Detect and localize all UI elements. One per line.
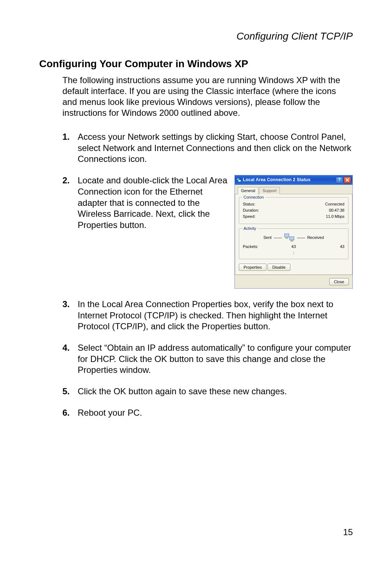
status-value: Connected (325, 201, 344, 207)
speed-label: Speed: (243, 214, 256, 219)
step-number: 6. (62, 407, 73, 419)
step-number: 1. (62, 131, 73, 165)
connection-legend: Connection (242, 195, 265, 200)
disable-button[interactable]: Disable (268, 264, 290, 271)
svg-rect-5 (291, 240, 293, 241)
close-button[interactable] (344, 177, 351, 183)
section-heading: Configuring Your Computer in Windows XP (39, 58, 353, 70)
close-window-button[interactable]: Close (329, 278, 349, 285)
packets-label: Packets: (243, 244, 277, 249)
close-icon (346, 178, 349, 182)
step-text: Access your Network settings by clicking… (78, 131, 353, 165)
svg-rect-3 (290, 237, 294, 240)
activity-legend: Activity (242, 226, 258, 231)
step-text: Select “Obtain an IP address automatical… (78, 342, 353, 376)
activity-group: Activity Sent —— (239, 228, 348, 259)
step-3: 3. In the Local Area Connection Properti… (62, 299, 353, 332)
step-4: 4. Select “Obtain an IP address automati… (62, 342, 353, 376)
svg-rect-2 (285, 234, 289, 237)
step-text: In the Local Area Connection Properties … (78, 299, 353, 332)
packets-sent-value: 43 (277, 244, 310, 249)
xp-window-title: Local Area Connection 2 Status (243, 177, 335, 183)
xp-tabs: General Support (235, 185, 352, 194)
dash-left: —— (274, 235, 282, 240)
step-text: Locate and double-click the Local Area C… (78, 175, 229, 231)
xp-status-window: Local Area Connection 2 Status ? General… (234, 175, 353, 289)
received-label: Received (307, 235, 324, 240)
intro-paragraph: The following instructions assume you ar… (62, 75, 353, 118)
xp-titlebar[interactable]: Local Area Connection 2 Status ? (235, 175, 352, 185)
step-1: 1. Access your Network settings by click… (62, 131, 353, 165)
tab-support[interactable]: Support (259, 187, 280, 194)
running-head: Configuring Client TCP/IP (39, 30, 353, 42)
step-text: Click the OK button again to save these … (78, 386, 353, 397)
help-button[interactable]: ? (336, 177, 343, 183)
network-icon (236, 178, 241, 183)
activity-icon (284, 233, 295, 242)
duration-label: Duration: (243, 208, 259, 213)
step-5: 5. Click the OK button again to save the… (62, 386, 353, 397)
step-number: 4. (62, 342, 73, 376)
step-number: 2. (62, 175, 73, 289)
step-number: 5. (62, 386, 73, 397)
sent-label: Sent (264, 235, 272, 240)
step-number: 3. (62, 299, 73, 332)
duration-value: 00:47:38 (329, 208, 344, 213)
step-2: 2. Locate and double-click the Local Are… (62, 175, 353, 289)
packets-received-value: 43 (311, 244, 344, 249)
speed-value: 11.0 Mbps (326, 214, 344, 219)
svg-rect-4 (286, 237, 288, 239)
connection-group: Connection Status:Connected Duration:00:… (239, 197, 348, 224)
svg-rect-1 (238, 180, 241, 182)
page-number: 15 (343, 527, 353, 537)
properties-button[interactable]: Properties (239, 264, 266, 271)
dash-right: —— (297, 235, 305, 240)
status-label: Status: (243, 201, 255, 207)
step-text: Reboot your PC. (78, 407, 353, 419)
tab-general[interactable]: General (238, 187, 258, 194)
step-6: 6. Reboot your PC. (62, 407, 353, 419)
